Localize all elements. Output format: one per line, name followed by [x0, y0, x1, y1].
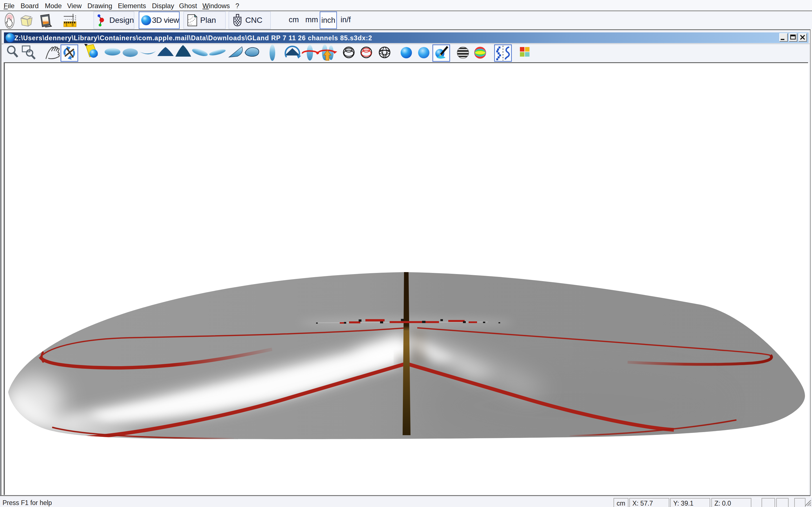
svg-text:0: 0: [71, 23, 73, 27]
svg-text:1: 1: [65, 23, 67, 27]
